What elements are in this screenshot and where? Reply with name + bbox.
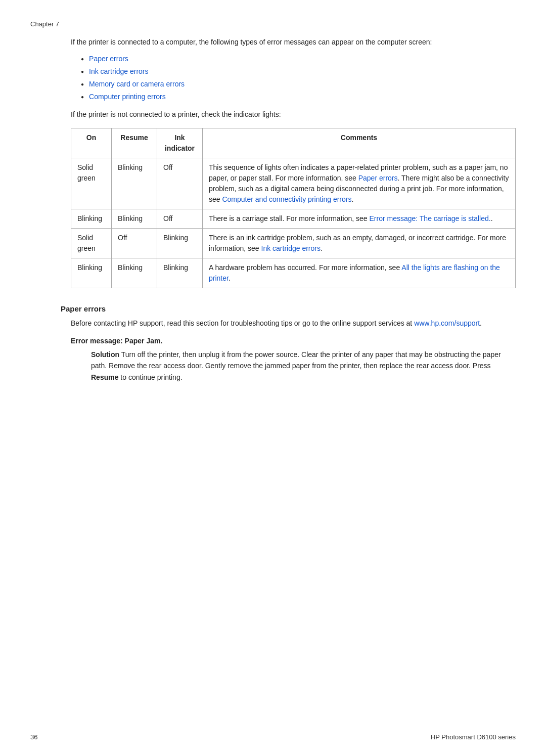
row4-ink: Blinking (157, 258, 203, 288)
footer-product-name: HP Photosmart D6100 series (431, 733, 516, 741)
row4-on: Blinking (71, 258, 112, 288)
row4-resume: Blinking (112, 258, 157, 288)
row2-text-end: . (491, 214, 493, 223)
row2-link1[interactable]: Error message: The carriage is stalled. (369, 214, 490, 223)
solution-bold: Resume (91, 373, 118, 381)
table-row: Blinking Blinking Blinking A hardware pr… (71, 258, 516, 288)
list-item: Paper errors (81, 54, 516, 64)
paper-errors-heading: Paper errors (61, 304, 516, 313)
paper-errors-body: Before contacting HP support, read this … (71, 318, 516, 329)
chapter-label: Chapter 7 (30, 20, 516, 28)
row1-text-end: . (351, 195, 353, 203)
computer-printing-errors-link[interactable]: Computer printing errors (89, 92, 166, 102)
row3-comments: There is an ink cartridge problem, such … (203, 229, 516, 258)
solution-end: to continue printing. (118, 373, 182, 381)
list-item: Ink cartridge errors (81, 66, 516, 77)
col-header-comments: Comments (203, 128, 516, 158)
paper-jam-subheading: Error message: Paper Jam. (71, 337, 516, 345)
row3-resume: Off (112, 229, 157, 258)
row2-on: Blinking (71, 209, 112, 229)
list-item: Computer printing errors (81, 92, 516, 102)
table-row: Solidgreen Blinking Off This sequence of… (71, 158, 516, 209)
row3-text-before: There is an ink cartridge problem, such … (209, 234, 506, 252)
list-item: Memory card or camera errors (81, 79, 516, 90)
row2-text-before: There is a carriage stall. For more info… (209, 214, 369, 223)
sub-intro-text: If the printer is not connected to a pri… (71, 109, 516, 120)
row1-ink: Off (157, 158, 203, 209)
solution-label: Solution (91, 350, 119, 359)
table-row: Solidgreen Off Blinking There is an ink … (71, 229, 516, 258)
indicator-table: On Resume Inkindicator Comments Solidgre… (71, 128, 516, 288)
row3-on: Solidgreen (71, 229, 112, 258)
row4-text-before: A hardware problem has occurred. For mor… (209, 263, 401, 272)
row3-text-end: . (321, 244, 323, 252)
row1-comments: This sequence of lights often indicates … (203, 158, 516, 209)
row1-link1[interactable]: Paper errors (358, 174, 398, 182)
row2-resume: Blinking (112, 209, 157, 229)
row3-link1[interactable]: Ink cartridge errors (261, 244, 321, 252)
row1-resume: Blinking (112, 158, 157, 209)
row1-on: Solidgreen (71, 158, 112, 209)
solution-block: Solution Turn off the printer, then unpl… (91, 349, 516, 383)
paper-errors-link[interactable]: Paper errors (89, 54, 128, 64)
col-header-ink: Inkindicator (157, 128, 203, 158)
memory-card-errors-link[interactable]: Memory card or camera errors (89, 79, 185, 90)
intro-text: If the printer is connected to a compute… (71, 37, 516, 48)
row4-comments: A hardware problem has occurred. For mor… (203, 258, 516, 288)
bullet-list: Paper errors Ink cartridge errors Memory… (81, 54, 516, 102)
row1-link2[interactable]: Computer and connectivity printing error… (222, 195, 351, 203)
row2-ink: Off (157, 209, 203, 229)
row4-text-end: . (229, 274, 231, 282)
footer-page-number: 36 (30, 733, 37, 741)
hp-support-link[interactable]: www.hp.com/support (414, 319, 480, 327)
table-row: Blinking Blinking Off There is a carriag… (71, 209, 516, 229)
paper-errors-body-before: Before contacting HP support, read this … (71, 319, 414, 327)
row3-ink: Blinking (157, 229, 203, 258)
col-header-resume: Resume (112, 128, 157, 158)
row2-comments: There is a carriage stall. For more info… (203, 209, 516, 229)
paper-errors-body-after: . (480, 319, 482, 327)
col-header-on: On (71, 128, 112, 158)
page: Chapter 7 If the printer is connected to… (0, 0, 546, 756)
ink-cartridge-errors-link[interactable]: Ink cartridge errors (89, 66, 148, 77)
footer: 36 HP Photosmart D6100 series (30, 733, 516, 741)
solution-text: Turn off the printer, then unplug it fro… (91, 350, 501, 370)
